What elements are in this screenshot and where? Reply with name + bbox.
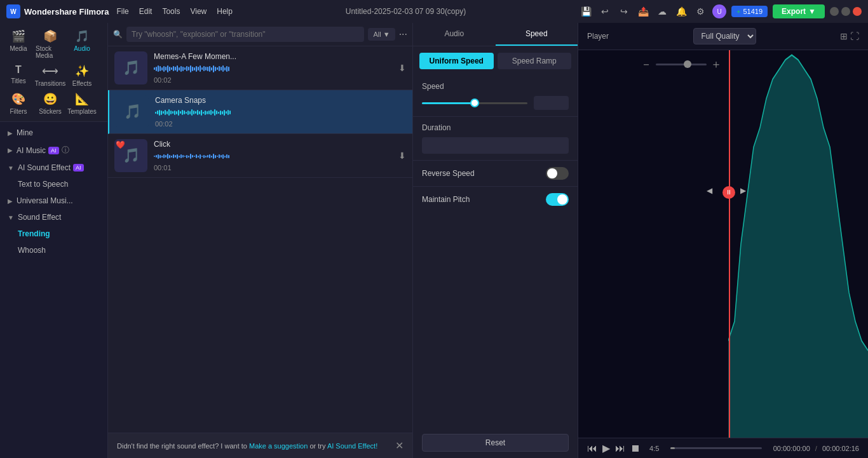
menu-items: File Edit Tools View Help [116,7,233,16]
menu-help[interactable]: Help [217,7,233,16]
tab-templates[interactable]: 📐 Templates [66,90,98,118]
tab-stock-media[interactable]: 📦 Stock Media [34,27,66,62]
tab-filters[interactable]: 🎨 Filters [3,90,34,118]
maximize-button[interactable] [841,7,850,16]
music-note-icon: 🎵 [123,60,140,76]
fullscreen-button[interactable]: ⛶ [850,31,859,41]
duration-label: Duration [422,123,569,132]
sidebar-item-sound-effect[interactable]: ▼ Sound Effect [0,209,107,226]
search-input[interactable] [126,27,364,42]
redo-icon[interactable]: ↪ [617,4,631,18]
playhead-left-icon[interactable]: ◀ [707,186,712,195]
sidebar-item-whoosh[interactable]: Whoosh [0,242,107,259]
filters-icon: 🎨 [11,92,25,106]
audio-icon: 🎵 [75,29,89,43]
save-icon[interactable]: 💾 [579,4,593,18]
preview-progress-bar[interactable] [670,447,761,449]
more-options-button[interactable]: ··· [399,29,407,40]
credits-amount: 51419 [743,8,763,15]
ai-sound-effect-link[interactable]: AI Sound Effect! [327,442,377,450]
tab-titles[interactable]: T Titles [3,62,34,90]
suggestion-text: Didn't find the right sound effect? I wa… [117,442,377,450]
menu-view[interactable]: View [190,7,207,16]
grid-view-button[interactable]: ⊞ [840,31,848,41]
click-music-icon: 🎵 [123,147,140,164]
tab-audio[interactable]: 🎵 Audio [66,27,98,62]
tab-media[interactable]: 🎬 Media [3,27,34,62]
maintain-pitch-row: Maintain Pitch [413,186,578,212]
zoom-controls: － ＋ [641,57,722,72]
tab-effects[interactable]: ✨ Effects [66,62,98,90]
speed-slider-container [422,97,527,109]
close-button[interactable] [853,7,862,16]
apps-icon[interactable]: ⚙ [693,4,707,18]
sidebar-item-ai-sound-effect[interactable]: ▼ AI Sound Effect AI [0,159,107,176]
zoom-slider-thumb[interactable] [684,60,691,68]
sound-duration-3: 00:01 [154,164,395,172]
sidebar-item-mine[interactable]: ▶ Mine [0,125,107,141]
sidebar-item-universal-music[interactable]: ▶ Universal Musi... [0,192,107,209]
text-to-speech-label: Text to Speech [18,180,68,189]
sound-effect-label: Sound Effect [18,213,62,222]
sound-thumb-1: 🎵 [114,51,147,84]
universal-music-label: Universal Musi... [17,196,73,205]
maintain-pitch-toggle[interactable] [546,193,569,206]
sidebar-item-ai-music[interactable]: ▶ AI Music AI ⓘ [0,141,107,159]
ai-sound-arrow-icon: ▼ [8,165,14,172]
titles-icon: T [15,64,22,76]
list-item[interactable]: 🎵 Memes-A Few Momen... 00:02 ⬇ [108,46,412,90]
zoom-out-button[interactable]: － [641,57,652,72]
undo-icon[interactable]: ↩ [598,4,612,18]
minimize-button[interactable] [830,7,839,16]
playhead-right-icon[interactable]: ▶ [740,186,746,195]
tab-transitions[interactable]: ⟷ Transitions [34,62,66,90]
sound-thumb-3: ❤️ 🎵 [114,139,147,172]
maintain-pitch-knob [557,194,567,205]
stop-button[interactable]: ⏹ [630,443,641,454]
export-button[interactable]: Export ▼ [773,4,825,18]
tab-audio-label: Audio [74,45,90,52]
tab-stickers-label: Stickers [39,108,62,115]
camera-music-icon: 🎵 [124,104,141,120]
tab-uniform-speed[interactable]: Uniform Speed [419,53,494,69]
waveform-svg [728,50,868,438]
speed-slider-thumb[interactable] [470,98,479,107]
tab-speed-ramp[interactable]: Speed Ramp [498,53,572,69]
sound-wave-3 [154,151,395,161]
cloud-icon[interactable]: ☁ [655,4,669,18]
zoom-in-button[interactable]: ＋ [710,57,722,72]
toolbar-tabs: 🎬 Media 📦 Stock Media 🎵 Audio T Titles ⟷… [0,23,107,122]
make-suggestion-link[interactable]: Make a suggestion [249,442,308,450]
titlebar-right: 💾 ↩ ↪ 📤 ☁ 🔔 ⚙ U + 51419 Export ▼ [579,4,862,18]
reset-button[interactable]: Reset [422,434,569,452]
tab-audio-settings[interactable]: Audio [413,23,496,46]
waveform-background: ⏸ ◀ ▶ － ＋ [578,50,868,438]
list-item[interactable]: ❤️ 🎵 Click 00:01 ⬇ [108,134,412,178]
tab-speed-settings[interactable]: Speed [496,23,578,46]
sidebar-item-trending[interactable]: Trending [0,226,107,242]
notification-icon[interactable]: 🔔 [674,4,688,18]
share-icon[interactable]: 📤 [636,4,650,18]
skip-forward-button[interactable]: ⏭ [615,443,625,454]
duration-input[interactable]: 00:00:00:27 [422,137,569,154]
quality-select[interactable]: Full Quality 1/2 Quality 1/4 Quality [693,28,756,44]
reverse-speed-toggle[interactable] [546,167,569,180]
avatar[interactable]: U [712,4,726,18]
list-item[interactable]: 🎵 Camera Snaps 00:02 [108,90,412,134]
ai-sound-effect-label: AI Sound Effect [18,163,71,172]
download-icon-1[interactable]: ⬇ [398,63,406,73]
skip-back-button[interactable]: ⏮ [587,443,597,454]
mine-arrow-icon: ▶ [8,130,13,137]
ai-music-label: AI Music [17,146,46,155]
menu-file[interactable]: File [116,7,128,16]
filter-dropdown[interactable]: All ▼ [368,28,395,41]
close-suggestion-button[interactable]: ✕ [395,440,403,452]
play-button[interactable]: ▶ [602,442,610,454]
menu-edit[interactable]: Edit [139,7,153,16]
maintain-pitch-label: Maintain Pitch [422,195,470,204]
download-icon-3[interactable]: ⬇ [398,151,406,161]
menu-tools[interactable]: Tools [162,7,180,16]
sidebar-item-text-to-speech[interactable]: Text to Speech [0,176,107,192]
tab-stickers[interactable]: 😀 Stickers [34,90,66,118]
speed-value-input[interactable]: 1.00 [534,96,569,110]
